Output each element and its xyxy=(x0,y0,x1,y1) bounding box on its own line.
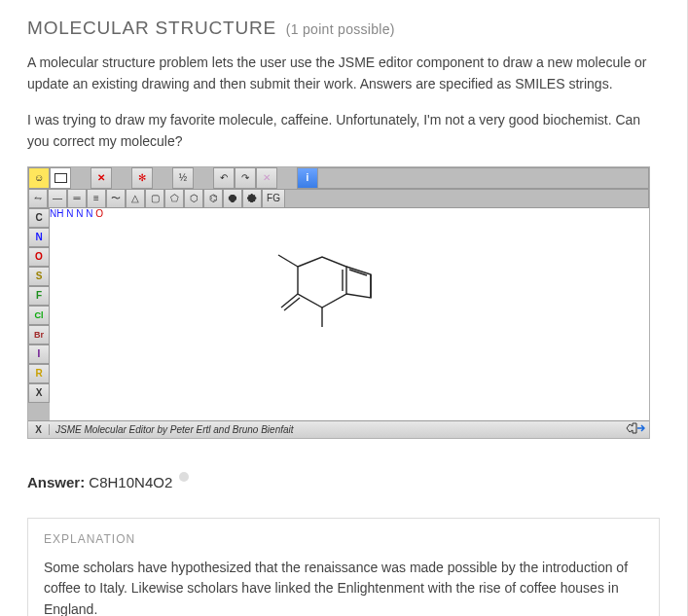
octagon-icon: ⯄ xyxy=(247,193,257,203)
atom-c-button[interactable]: C xyxy=(28,208,50,228)
atom-o-button[interactable]: O xyxy=(28,247,50,267)
atom-x-button[interactable]: X xyxy=(28,383,50,403)
fg-button[interactable]: FG xyxy=(262,189,285,208)
benzene-icon: ⌬ xyxy=(209,193,218,203)
double-bond-icon: ═ xyxy=(73,193,80,203)
undo-icon: ↶ xyxy=(220,172,228,183)
points-possible: (1 point possible) xyxy=(286,21,395,37)
single-bond-button[interactable]: — xyxy=(48,189,67,208)
ring5-button[interactable]: ⬠ xyxy=(164,189,184,208)
mol-n2-label: N xyxy=(76,208,83,219)
stereo-icon: ⥊ xyxy=(34,193,42,203)
fg-icon: FG xyxy=(267,193,280,203)
toolbar-fill xyxy=(318,167,649,189)
explanation-title: EXPLANATION xyxy=(44,532,643,546)
delsel-icon: ✻ xyxy=(138,172,146,183)
atom-n-button[interactable]: N xyxy=(28,228,50,247)
pentagon-icon: ⬠ xyxy=(170,193,179,203)
atom-s-button[interactable]: S xyxy=(28,267,50,286)
atom-br-button[interactable]: Br xyxy=(28,325,50,344)
ring7-button[interactable]: ⯃ xyxy=(223,189,242,208)
svg-line-0 xyxy=(278,255,298,267)
hexagon-icon: ⬡ xyxy=(190,193,199,203)
explanation-box: EXPLANATION Some scholars have hypothesi… xyxy=(27,518,660,616)
problem-title: MOLECULAR STRUCTURE xyxy=(27,18,276,38)
heptagon-icon: ⯃ xyxy=(228,193,237,203)
smiley-icon: ☺ xyxy=(34,172,44,183)
atom-f-button[interactable]: F xyxy=(28,286,50,306)
ring8-button[interactable]: ⯄ xyxy=(242,189,262,208)
chain-icon: 〜 xyxy=(111,192,121,205)
ring3-button[interactable]: △ xyxy=(126,189,145,208)
problem-prompt: I was trying to draw my favorite molecul… xyxy=(27,110,660,152)
clear-button[interactable] xyxy=(50,167,71,189)
footer-x-button[interactable]: X xyxy=(28,424,50,435)
molecule-canvas[interactable]: NH N N N O xyxy=(50,208,649,420)
spacer xyxy=(277,167,297,189)
toolbar-fill xyxy=(285,189,649,208)
double-bond-button[interactable]: ═ xyxy=(67,189,87,208)
answer-label: Answer: xyxy=(27,474,85,490)
answer-row: Answer: C8H10N4O2 xyxy=(27,472,660,490)
explanation-body: Some scholars have hypothesized that the… xyxy=(44,558,643,616)
charge-button[interactable]: ½ xyxy=(172,167,194,189)
mol-o-label: O xyxy=(95,208,103,219)
charge-icon: ½ xyxy=(179,172,187,183)
undo-button[interactable]: ↶ xyxy=(213,167,235,189)
molecule-drawing xyxy=(244,237,419,374)
redo-icon: ↷ xyxy=(241,172,249,183)
triangle-icon: △ xyxy=(131,193,139,203)
svg-line-4 xyxy=(284,298,300,310)
stereo-button[interactable]: ⥊ xyxy=(28,189,48,208)
mol-nh-label: NH xyxy=(50,208,63,219)
clear-icon xyxy=(54,173,67,183)
answer-value: C8H10N4O2 xyxy=(89,474,172,490)
benzene-button[interactable]: ⌬ xyxy=(203,189,223,208)
spacer xyxy=(112,167,131,189)
spacer xyxy=(71,167,91,189)
info-icon: i xyxy=(307,172,309,183)
jsme-editor[interactable]: ☺ ✕ ✻ ½ ↶ ↷ ✕ i ⥊ — ═ ≡ 〜 △ ▢ ⬠ ⬡ ⌬ xyxy=(27,166,650,439)
info-button[interactable]: i xyxy=(297,167,318,189)
export-button[interactable] xyxy=(620,422,649,436)
mol-n1-label: N xyxy=(66,208,73,219)
delete-button[interactable]: ✕ xyxy=(91,167,112,189)
export-icon xyxy=(624,422,645,434)
triple-bond-icon: ≡ xyxy=(93,193,99,203)
delete-selection-button[interactable]: ✻ xyxy=(131,167,153,189)
spiro-button[interactable]: ✕ xyxy=(256,167,277,189)
svg-marker-7 xyxy=(627,423,636,433)
spacer xyxy=(153,167,172,189)
atom-r-button[interactable]: R xyxy=(28,364,50,383)
ring6-button[interactable]: ⬡ xyxy=(184,189,203,208)
atom-i-button[interactable]: I xyxy=(28,344,50,364)
status-dot-icon xyxy=(179,472,189,482)
spacer xyxy=(194,167,213,189)
jsme-credit: JSME Molecular Editor by Peter Ertl and … xyxy=(50,424,620,435)
single-bond-icon: — xyxy=(53,193,62,203)
delete-icon: ✕ xyxy=(97,172,105,183)
problem-intro: A molecular structure problem lets the u… xyxy=(27,53,660,94)
mol-n3-label: N xyxy=(86,208,92,219)
triple-bond-button[interactable]: ≡ xyxy=(87,189,106,208)
spiro-icon: ✕ xyxy=(263,172,271,183)
ring4-button[interactable]: ▢ xyxy=(145,189,164,208)
redo-button[interactable]: ↷ xyxy=(235,167,256,189)
smiley-button[interactable]: ☺ xyxy=(28,167,50,189)
atom-cl-button[interactable]: Cl xyxy=(28,306,50,325)
chain-button[interactable]: 〜 xyxy=(106,189,126,208)
square-icon: ▢ xyxy=(151,193,160,203)
